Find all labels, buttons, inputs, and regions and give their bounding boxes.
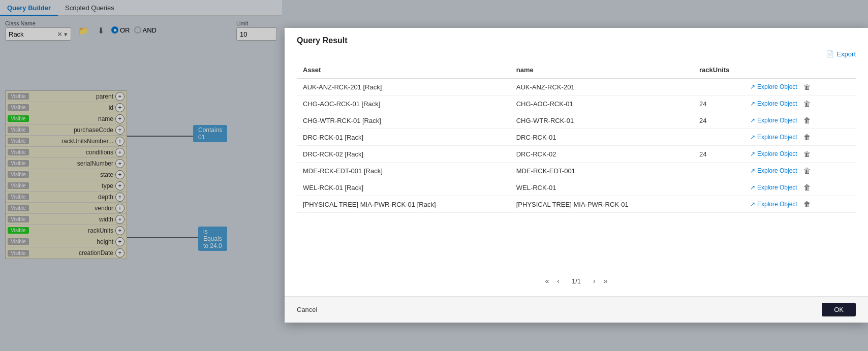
cell-rack-units: 24 — [693, 146, 744, 163]
cell-rack-units — [693, 196, 744, 213]
cell-rack-units — [693, 179, 744, 196]
cell-name: CHG-AOC-RCK-01 — [510, 95, 693, 112]
result-table-wrapper: Asset name rackUnits AUK-ANZ-RCK-201 [Ra… — [297, 62, 856, 271]
action-cell: ↗ Explore Object🗑 — [750, 83, 850, 91]
cell-name: MDE-RCK-EDT-001 — [510, 163, 693, 179]
cell-asset: DRC-RCK-01 [Rack] — [297, 129, 510, 146]
explore-icon: ↗ — [750, 201, 755, 208]
delete-row-button[interactable]: 🗑 — [803, 167, 811, 175]
cell-actions: ↗ Explore Object🗑 — [744, 163, 856, 179]
pagination: « ‹ 1/1 › » — [297, 271, 856, 288]
table-row: WEL-RCK-01 [Rack]WEL-RCK-01↗ Explore Obj… — [297, 179, 856, 196]
modal-title: Query Result — [297, 36, 856, 45]
delete-row-button[interactable]: 🗑 — [803, 83, 811, 91]
cell-name: DRC-RCK-02 — [510, 146, 693, 163]
cell-asset: AUK-ANZ-RCK-201 [Rack] — [297, 78, 510, 95]
cell-name: DRC-RCK-01 — [510, 129, 693, 146]
export-icon: 📄 — [826, 50, 834, 58]
modal-overlay: Query Result 📄 Export Asset name rackUni… — [0, 0, 868, 351]
cell-name: WEL-RCK-01 — [510, 179, 693, 196]
result-table: Asset name rackUnits AUK-ANZ-RCK-201 [Ra… — [297, 62, 856, 213]
cell-actions: ↗ Explore Object🗑 — [744, 95, 856, 112]
cell-name: [PHYSICAL TREE] MIA-PWR-RCK-01 — [510, 196, 693, 213]
next-page-button[interactable]: › — [591, 276, 598, 286]
explore-object-button[interactable]: ↗ Explore Object — [750, 167, 797, 174]
col-header-actions — [744, 62, 856, 78]
cell-asset: CHG-WTR-RCK-01 [Rack] — [297, 112, 510, 129]
cell-actions: ↗ Explore Object🗑 — [744, 129, 856, 146]
explore-object-button[interactable]: ↗ Explore Object — [750, 184, 797, 191]
cell-rack-units: 24 — [693, 95, 744, 112]
explore-icon: ↗ — [750, 100, 755, 107]
cell-rack-units — [693, 129, 744, 146]
table-row: AUK-ANZ-RCK-201 [Rack]AUK-ANZ-RCK-201↗ E… — [297, 78, 856, 95]
delete-row-button[interactable]: 🗑 — [803, 150, 811, 158]
explore-object-button[interactable]: ↗ Explore Object — [750, 83, 797, 90]
result-table-body: AUK-ANZ-RCK-201 [Rack]AUK-ANZ-RCK-201↗ E… — [297, 78, 856, 213]
result-table-head: Asset name rackUnits — [297, 62, 856, 78]
delete-row-button[interactable]: 🗑 — [803, 116, 811, 124]
table-row: MDE-RCK-EDT-001 [Rack]MDE-RCK-EDT-001↗ E… — [297, 163, 856, 179]
export-button[interactable]: 📄 Export — [826, 50, 856, 58]
delete-row-button[interactable]: 🗑 — [803, 133, 811, 141]
col-header-asset: Asset — [297, 62, 510, 78]
cell-actions: ↗ Explore Object🗑 — [744, 179, 856, 196]
result-table-header-row: Asset name rackUnits — [297, 62, 856, 78]
action-cell: ↗ Explore Object🗑 — [750, 100, 850, 108]
modal-body: Query Result 📄 Export Asset name rackUni… — [285, 28, 868, 296]
action-cell: ↗ Explore Object🗑 — [750, 200, 850, 208]
delete-row-button[interactable]: 🗑 — [803, 100, 811, 108]
explore-icon: ↗ — [750, 150, 755, 157]
explore-icon: ↗ — [750, 184, 755, 191]
cell-rack-units: 24 — [693, 112, 744, 129]
explore-object-button[interactable]: ↗ Explore Object — [750, 100, 797, 107]
first-page-button[interactable]: « — [543, 276, 551, 286]
explore-object-button[interactable]: ↗ Explore Object — [750, 150, 797, 157]
cell-actions: ↗ Explore Object🗑 — [744, 146, 856, 163]
cell-rack-units — [693, 163, 744, 179]
action-cell: ↗ Explore Object🗑 — [750, 133, 850, 141]
action-cell: ↗ Explore Object🗑 — [750, 150, 850, 158]
table-row: CHG-WTR-RCK-01 [Rack]CHG-WTR-RCK-0124↗ E… — [297, 112, 856, 129]
explore-object-button[interactable]: ↗ Explore Object — [750, 201, 797, 208]
ok-button[interactable]: OK — [822, 303, 856, 316]
cell-name: AUK-ANZ-RCK-201 — [510, 78, 693, 95]
cell-asset: DRC-RCK-02 [Rack] — [297, 146, 510, 163]
action-cell: ↗ Explore Object🗑 — [750, 167, 850, 175]
explore-icon: ↗ — [750, 83, 755, 90]
cell-actions: ↗ Explore Object🗑 — [744, 196, 856, 213]
cell-actions: ↗ Explore Object🗑 — [744, 112, 856, 129]
cell-asset: CHG-AOC-RCK-01 [Rack] — [297, 95, 510, 112]
cell-asset: MDE-RCK-EDT-001 [Rack] — [297, 163, 510, 179]
cell-actions: ↗ Explore Object🗑 — [744, 78, 856, 95]
col-header-name: name — [510, 62, 693, 78]
table-row: DRC-RCK-02 [Rack]DRC-RCK-0224↗ Explore O… — [297, 146, 856, 163]
action-cell: ↗ Explore Object🗑 — [750, 183, 850, 192]
explore-icon: ↗ — [750, 134, 755, 141]
cell-asset: WEL-RCK-01 [Rack] — [297, 179, 510, 196]
table-row: [PHYSICAL TREE] MIA-PWR-RCK-01 [Rack][PH… — [297, 196, 856, 213]
delete-row-button[interactable]: 🗑 — [803, 183, 811, 192]
query-result-modal: Query Result 📄 Export Asset name rackUni… — [285, 28, 868, 323]
cell-asset: [PHYSICAL TREE] MIA-PWR-RCK-01 [Rack] — [297, 196, 510, 213]
export-label: Export — [836, 50, 856, 58]
prev-page-button[interactable]: ‹ — [555, 276, 562, 286]
modal-toolbar: 📄 Export — [297, 50, 856, 58]
table-row: DRC-RCK-01 [Rack]DRC-RCK-01↗ Explore Obj… — [297, 129, 856, 146]
explore-icon: ↗ — [750, 167, 755, 174]
delete-row-button[interactable]: 🗑 — [803, 200, 811, 208]
explore-icon: ↗ — [750, 117, 755, 124]
col-header-rackunits: rackUnits — [693, 62, 744, 78]
modal-footer: Cancel OK — [285, 296, 868, 323]
explore-object-button[interactable]: ↗ Explore Object — [750, 134, 797, 141]
action-cell: ↗ Explore Object🗑 — [750, 116, 850, 124]
page-info: 1/1 — [566, 277, 587, 285]
cancel-button[interactable]: Cancel — [297, 306, 317, 313]
cell-name: CHG-WTR-RCK-01 — [510, 112, 693, 129]
cell-rack-units — [693, 78, 744, 95]
explore-object-button[interactable]: ↗ Explore Object — [750, 117, 797, 124]
table-row: CHG-AOC-RCK-01 [Rack]CHG-AOC-RCK-0124↗ E… — [297, 95, 856, 112]
last-page-button[interactable]: » — [602, 276, 610, 286]
